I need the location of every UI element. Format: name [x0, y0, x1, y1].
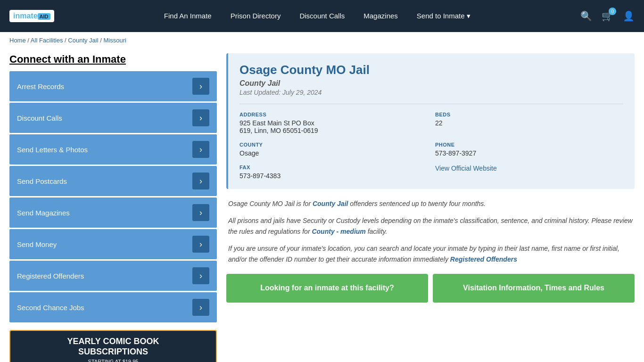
detail-fax: FAX 573-897-4383 — [239, 165, 428, 180]
fax-label: FAX — [239, 165, 428, 170]
ad-subtitle: STARTING AT $19.95 — [88, 359, 139, 362]
beds-label: BEDS — [435, 112, 623, 117]
ad-title-line1: YEARLY COMIC BOOK — [67, 337, 159, 347]
nav-discount-calls[interactable]: Discount Calls — [299, 12, 345, 20]
sidebar-item-label: Send Letters & Photos — [17, 146, 88, 154]
facility-details: ADDRESS 925 East Main St PO Box 619, Lin… — [239, 104, 623, 180]
search-icon[interactable]: 🔍 — [580, 10, 592, 22]
county-jail-link[interactable]: County Jail — [313, 200, 348, 207]
ad-title-line2: SUBSCRIPTIONS — [78, 347, 148, 357]
sidebar-item-label: Second Chance Jobs — [17, 304, 84, 312]
sidebar-item-second-chance-jobs[interactable]: Second Chance Jobs › — [9, 292, 217, 322]
facility-description: Osage County MO Jail is for County Jail … — [226, 198, 635, 264]
visitation-button[interactable]: Visitation Information, Times and Rules — [433, 274, 635, 303]
registered-offenders-link[interactable]: Registered Offenders — [450, 255, 517, 263]
chevron-right-icon: › — [192, 78, 209, 95]
nav-prison-directory[interactable]: Prison Directory — [231, 12, 281, 20]
county-medium-link[interactable]: County - medium — [312, 228, 365, 235]
content-area: Osage County MO Jail County Jail Last Up… — [226, 53, 635, 362]
breadcrumb: Home / All Facilities / County Jail / Mi… — [0, 32, 644, 49]
description-para2: All prisons and jails have Security or C… — [228, 215, 633, 237]
sidebar-item-send-postcards[interactable]: Send Postcards › — [9, 166, 217, 196]
sidebar-menu: Arrest Records › Discount Calls › Send L… — [9, 71, 217, 322]
detail-website: View Official Website — [435, 165, 623, 180]
cart-icon[interactable]: 🛒 0 — [602, 10, 613, 22]
beds-value: 22 — [435, 119, 623, 127]
facility-type: County Jail — [239, 79, 623, 88]
address-line1: 925 East Main St PO Box — [239, 119, 428, 127]
fax-value: 573-897-4383 — [239, 172, 428, 180]
breadcrumb-county-jail[interactable]: County Jail — [68, 37, 98, 44]
sidebar-item-label: Send Postcards — [17, 177, 67, 185]
sidebar-item-label: Send Money — [17, 240, 57, 248]
sidebar-item-send-letters-photos[interactable]: Send Letters & Photos › — [9, 134, 217, 165]
header-icons: 🔍 🛒 0 👤 — [580, 10, 635, 22]
sidebar-item-send-magazines[interactable]: Send Magazines › — [9, 197, 217, 228]
chevron-right-icon: › — [192, 141, 209, 158]
breadcrumb-home[interactable]: Home — [9, 37, 26, 44]
logo[interactable]: inmateAID — [9, 10, 54, 22]
description-para3: If you are unsure of your inmate's locat… — [228, 243, 633, 264]
chevron-right-icon: › — [192, 109, 209, 126]
detail-address: ADDRESS 925 East Main St PO Box 619, Lin… — [239, 112, 428, 134]
user-icon[interactable]: 👤 — [623, 10, 635, 22]
chevron-right-icon: › — [192, 299, 209, 316]
county-label: COUNTY — [239, 142, 428, 148]
breadcrumb-state[interactable]: Missouri — [103, 37, 126, 44]
sidebar-item-label: Discount Calls — [17, 114, 62, 122]
main-content: Connect with an Inmate Arrest Records › … — [0, 49, 644, 362]
detail-county: COUNTY Osage — [239, 142, 428, 157]
sidebar-item-registered-offenders[interactable]: Registered Offenders › — [9, 261, 217, 291]
chevron-right-icon: › — [192, 204, 209, 221]
ad-banner[interactable]: YEARLY COMIC BOOK SUBSCRIPTIONS STARTING… — [9, 330, 217, 362]
phone-value: 573-897-3927 — [435, 149, 623, 157]
breadcrumb-all-facilities[interactable]: All Facilities — [31, 37, 63, 44]
view-website-link[interactable]: View Official Website — [435, 165, 497, 172]
bottom-buttons: Looking for an inmate at this facility? … — [226, 274, 635, 303]
facility-last-updated: Last Updated: July 29, 2024 — [239, 89, 623, 96]
sidebar-item-discount-calls[interactable]: Discount Calls › — [9, 103, 217, 133]
chevron-right-icon: › — [192, 236, 209, 253]
logo-text: inmateAID — [13, 12, 50, 20]
chevron-right-icon: › — [192, 173, 209, 189]
address-label: ADDRESS — [239, 112, 428, 117]
facility-name: Osage County MO Jail — [239, 63, 623, 77]
sidebar-item-label: Arrest Records — [17, 82, 64, 90]
address-line2: 619, Linn, MO 65051-0619 — [239, 127, 428, 134]
sidebar-item-arrest-records[interactable]: Arrest Records › — [9, 71, 217, 101]
nav-find-inmate[interactable]: Find An Inmate — [164, 12, 212, 20]
find-inmate-button[interactable]: Looking for an inmate at this facility? — [226, 274, 428, 303]
phone-label: PHONE — [435, 142, 623, 148]
nav-magazines[interactable]: Magazines — [363, 12, 398, 20]
sidebar-title: Connect with an Inmate — [9, 53, 217, 66]
detail-phone: PHONE 573-897-3927 — [435, 142, 623, 157]
chevron-right-icon: › — [192, 267, 209, 284]
main-nav: Find An Inmate Prison Directory Discount… — [68, 12, 566, 20]
cart-badge: 0 — [609, 8, 616, 15]
county-value: Osage — [239, 149, 428, 157]
nav-send-to-inmate[interactable]: Send to Inmate ▾ — [417, 12, 471, 20]
facility-card: Osage County MO Jail County Jail Last Up… — [226, 53, 635, 189]
sidebar: Connect with an Inmate Arrest Records › … — [9, 53, 217, 362]
detail-beds: BEDS 22 — [435, 112, 623, 134]
description-para1: Osage County MO Jail is for County Jail … — [228, 198, 633, 209]
sidebar-item-label: Registered Offenders — [17, 272, 84, 280]
sidebar-item-label: Send Magazines — [17, 209, 70, 217]
header: inmateAID Find An Inmate Prison Director… — [0, 0, 644, 32]
sidebar-item-send-money[interactable]: Send Money › — [9, 229, 217, 259]
